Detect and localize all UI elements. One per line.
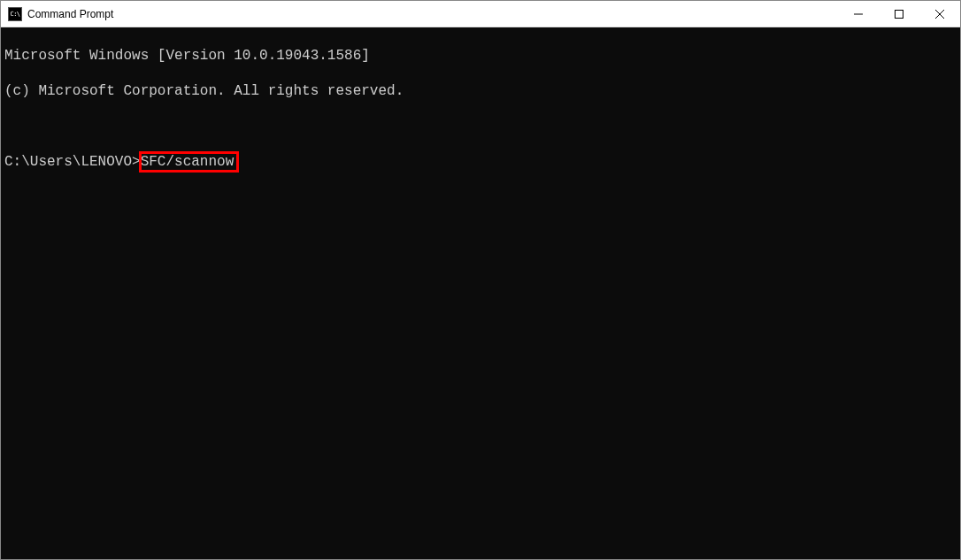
window-title: Command Prompt	[27, 8, 838, 20]
prompt-text: C:\Users\LENOVO>	[4, 154, 141, 170]
svg-rect-1	[896, 10, 903, 18]
command-text: SFC/scannow	[141, 154, 234, 170]
terminal-output[interactable]: Microsoft Windows [Version 10.0.19043.15…	[1, 27, 960, 559]
titlebar[interactable]: C:\ Command Prompt	[1, 1, 960, 27]
copyright-line: (c) Microsoft Corporation. All rights re…	[4, 82, 960, 100]
minimize-icon	[854, 10, 863, 19]
minimize-button[interactable]	[838, 1, 879, 27]
version-line: Microsoft Windows [Version 10.0.19043.15…	[4, 47, 960, 65]
cmd-icon: C:\	[8, 7, 22, 21]
blank-line	[4, 118, 960, 135]
command-prompt-window: C:\ Command Prompt Microsoft Windows [Ve…	[0, 0, 961, 560]
prompt-line: C:\Users\LENOVO>SFC/scannow	[4, 153, 960, 171]
close-icon	[935, 10, 944, 19]
maximize-icon	[895, 10, 903, 19]
window-controls	[838, 1, 960, 27]
close-button[interactable]	[919, 1, 960, 27]
highlighted-command: SFC/scannow	[141, 153, 238, 171]
maximize-button[interactable]	[879, 1, 919, 27]
